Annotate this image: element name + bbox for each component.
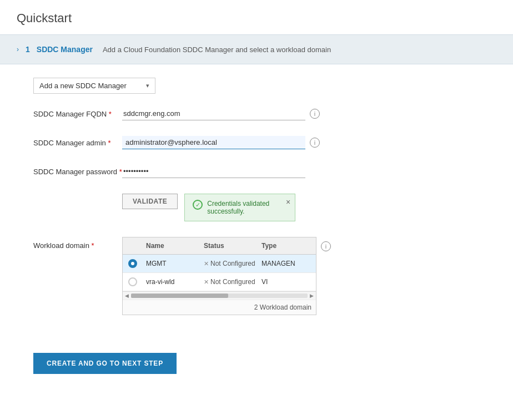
page-title: Quickstart (0, 0, 513, 34)
step-label: SDDC Manager (37, 45, 93, 54)
admin-input[interactable] (122, 136, 305, 149)
row1-name: MGMT (143, 255, 200, 272)
workload-row: Workload domain * Name Status Type (33, 237, 480, 315)
row2-radio[interactable] (123, 273, 143, 291)
radio-button-vra[interactable] (128, 277, 137, 286)
row2-status-text: Not Configured (210, 278, 255, 286)
admin-info-icon[interactable]: i (310, 138, 320, 148)
workload-info-icon[interactable]: i (321, 241, 331, 251)
workload-label: Workload domain * (33, 237, 122, 250)
scroll-right-icon[interactable]: ▶ (310, 293, 314, 298)
table-footer: 2 Workload domain (123, 300, 316, 315)
page-container: Quickstart › 1 SDDC Manager Add a Cloud … (0, 0, 513, 385)
password-row: SDDC Manager password * (33, 165, 480, 178)
step-header: › 1 SDDC Manager Add a Cloud Foundation … (0, 34, 513, 64)
x-icon-vra: ✕ (204, 279, 209, 286)
table-row[interactable]: MGMT ✕ Not Configured MANAGEN (123, 255, 316, 273)
row2-type: VI (258, 274, 316, 290)
dropdown-chevron-icon: ▾ (146, 82, 149, 89)
password-label: SDDC Manager password * (33, 165, 122, 177)
step-chevron-icon: › (17, 45, 19, 53)
scroll-track[interactable] (131, 294, 308, 298)
col-select (123, 237, 143, 254)
fqdn-label: SDDC Manager FQDN * (33, 107, 122, 119)
validate-button[interactable]: VALIDATE (122, 194, 178, 209)
dropdown-row: Add a new SDDC Manager ▾ (33, 78, 480, 94)
col-name: Name (143, 237, 200, 254)
row2-name: vra-vi-wld (143, 274, 200, 290)
horizontal-scrollbar[interactable]: ◀ ▶ (123, 291, 316, 300)
admin-control-wrap: i (122, 136, 480, 149)
validate-section: VALIDATE ✓ Credentials validated success… (122, 194, 480, 221)
create-next-button[interactable]: CREATE AND GO TO NEXT STEP (33, 353, 177, 374)
x-icon-mgmt: ✕ (204, 260, 209, 267)
workload-table-wrap: Name Status Type MGMT (122, 237, 331, 315)
bottom-bar: CREATE AND GO TO NEXT STEP (0, 342, 513, 385)
toast-close-icon[interactable]: × (286, 198, 290, 206)
table-header: Name Status Type (123, 237, 316, 255)
success-toast: ✓ Credentials validated successfully. × (184, 194, 295, 221)
row1-radio[interactable] (123, 255, 143, 272)
row1-type: MANAGEN (258, 255, 316, 272)
fqdn-row: SDDC Manager FQDN * i (33, 107, 480, 120)
step-description: Add a Cloud Foundation SDDC Manager and … (103, 45, 331, 54)
fqdn-input[interactable] (122, 107, 305, 120)
scroll-left-icon[interactable]: ◀ (125, 293, 129, 298)
row2-status: ✕ Not Configured (200, 274, 258, 290)
check-circle-icon: ✓ (193, 200, 203, 210)
fqdn-control-wrap: i (122, 107, 480, 120)
dropdown-label: Add a new SDDC Manager (39, 82, 127, 90)
col-status: Status (200, 237, 258, 254)
password-input[interactable] (122, 165, 305, 178)
password-control-wrap (122, 165, 480, 178)
workload-table: Name Status Type MGMT (122, 237, 316, 315)
radio-button-mgmt[interactable] (128, 259, 137, 268)
admin-row: SDDC Manager admin * i (33, 136, 480, 149)
sddc-manager-dropdown[interactable]: Add a new SDDC Manager ▾ (33, 78, 155, 94)
admin-label: SDDC Manager admin * (33, 136, 122, 148)
table-row[interactable]: vra-vi-wld ✕ Not Configured VI (123, 273, 316, 291)
toast-message: Credentials validated successfully. (207, 200, 287, 215)
row1-status-text: Not Configured (210, 260, 255, 267)
form-area: Add a new SDDC Manager ▾ SDDC Manager FQ… (0, 64, 513, 342)
col-type: Type (258, 237, 316, 254)
row1-status: ✕ Not Configured (200, 255, 258, 272)
fqdn-info-icon[interactable]: i (310, 109, 320, 119)
scroll-thumb (131, 294, 228, 298)
step-number: 1 (26, 45, 30, 54)
